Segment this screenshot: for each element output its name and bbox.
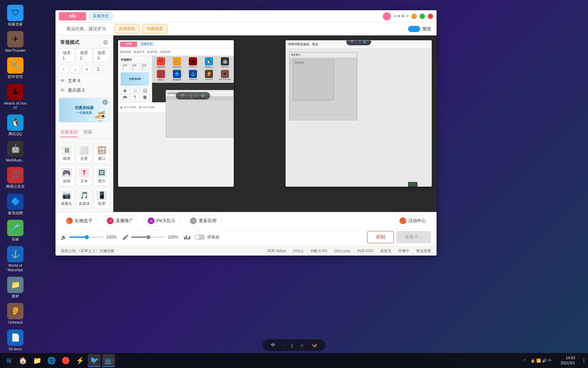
window-source-icon: 🪟	[96, 145, 107, 155]
preview-ctrl-1[interactable]: 中	[181, 93, 184, 98]
source-capture[interactable]: 🖥 截屏	[59, 143, 75, 164]
preview-toggle-switch[interactable]	[408, 26, 420, 32]
activity-button[interactable]: 🎉 活动中心	[394, 215, 431, 227]
danmaku-pill[interactable]	[194, 234, 205, 240]
maximize-button[interactable]: □	[420, 14, 425, 19]
source-text[interactable]: T 文本	[77, 166, 92, 186]
speaker-icon: 🔊	[61, 234, 67, 240]
promo-button[interactable]: 📣 直播推广	[102, 215, 138, 227]
source-text6[interactable]: 👁 文本 6	[55, 76, 113, 86]
source-window[interactable]: 🪟 窗口	[94, 143, 110, 164]
tab-other-vehicle[interactable]: 其他车机	[114, 24, 140, 33]
di9-icon: 👂	[205, 70, 213, 78]
eye-icon-monitor2: 👁	[60, 88, 65, 93]
taskbar-chrome[interactable]: 🌐	[45, 354, 58, 367]
taskbar-filemanager[interactable]: 🏠	[16, 354, 29, 367]
di3: ♟Hearts of	[185, 57, 200, 69]
scene-sort-button[interactable]: ↧	[94, 65, 103, 73]
more-apps-button[interactable]: ⋯ 更多应用	[185, 215, 222, 227]
volume-controls: 🔊 100% 🎤 100%	[55, 230, 437, 245]
mic-volume: 🎤 100%	[122, 234, 180, 240]
tab-danmaku[interactable]: 弹幕	[83, 128, 92, 137]
show-desktop-btn[interactable]: ▕	[580, 358, 585, 364]
scene-tab-1[interactable]: 场景1	[59, 48, 75, 62]
quality-status: 画质无	[380, 248, 391, 254]
taskbar-clock[interactable]: 14:53 2021/5/1	[558, 355, 578, 366]
tab-rebuild-classics[interactable]: 重温经典，建设罗马	[61, 24, 112, 34]
icon-163music[interactable]: 🎵 网易云音乐	[2, 166, 29, 190]
tab-live-material[interactable]: 直播素材	[60, 128, 78, 137]
icon-sucai[interactable]: 📁 素材	[2, 275, 29, 300]
scene-move-up-button[interactable]: ↑	[59, 65, 68, 73]
scene-tab-3[interactable]: 场景3	[94, 48, 110, 62]
icon-ruanjian[interactable]: 🔧 软件管理	[2, 56, 29, 80]
scene-add-button[interactable]: +	[82, 65, 92, 73]
source-fullscreen[interactable]: ⬜ 全屏	[77, 143, 92, 164]
source-image[interactable]: 🖼 图片	[94, 166, 110, 186]
icon-unheard[interactable]: 👂 Unheard	[2, 302, 29, 326]
fullscreen-label: 全屏	[80, 156, 88, 161]
nested-title-2-text: 哔哩哔哩直播姬 - 预览	[288, 42, 318, 47]
tab-cover-settings[interactable]: 封面设置	[142, 24, 167, 33]
icon-nier[interactable]: 🤖 NieRAuto...	[2, 139, 29, 164]
source-monitor2[interactable]: 👁 显示器 2	[55, 86, 113, 95]
icon-docx[interactable]: 📄 03.docx	[2, 328, 29, 353]
broadcast-type-badge[interactable]: 直播类型	[89, 12, 113, 20]
ime-star[interactable]: ☆	[299, 342, 306, 349]
mic-slider[interactable]	[131, 236, 165, 238]
icon-sucai-img: 📁	[7, 277, 23, 293]
close-button[interactable]: ×	[428, 14, 433, 19]
di2-icon: 🔧	[173, 57, 181, 65]
icon-warthunder[interactable]: ✈ WarThunder	[2, 30, 29, 54]
source-camera[interactable]: 📷 摄像头	[59, 188, 75, 209]
source-game[interactable]: 🎮 游戏	[59, 166, 75, 186]
di6-icon: 🎵	[157, 70, 165, 78]
icon-wows[interactable]: ⚓ World of Warships	[2, 245, 29, 274]
ime-dot[interactable]: ·	[281, 342, 285, 349]
taskbar-record[interactable]: 🔴	[59, 354, 72, 367]
ime-chinese[interactable]: 中	[270, 341, 277, 349]
icon-diannao-img: 🛡	[7, 5, 23, 21]
di2: 🔧软件管理	[169, 57, 184, 69]
main-content: 常规模式 ⚙ 场景1 场景2 场景3 ↑ ↓ + ↧ 👁 文本 6 👁 显示器 …	[55, 35, 437, 212]
nested-nav-cover: 封面设置	[160, 50, 170, 54]
icon-warthunder-img: ✈	[7, 31, 23, 47]
source-media[interactable]: 🎵 多媒体	[77, 188, 92, 209]
record-button[interactable]: 录制	[367, 231, 394, 243]
minimize-button[interactable]: _	[411, 14, 417, 19]
taskbar-bilibili[interactable]: 📺	[102, 354, 115, 367]
taskbar-folder[interactable]: 📁	[31, 354, 44, 367]
icon-qq[interactable]: 🐧 腾讯QQ	[2, 113, 29, 138]
nested-banner: 初夏美味募	[121, 72, 149, 86]
start-button-taskbar[interactable]: ⊞	[3, 354, 15, 367]
speaker-slider[interactable]	[69, 236, 103, 238]
gift-label: 礼物盒子	[75, 218, 93, 224]
scene-tab-2[interactable]: 场景2	[76, 48, 92, 62]
start-button[interactable]: 准备中...	[396, 231, 431, 243]
banner-close-button[interactable]: ×	[102, 99, 108, 105]
tray-icons: 🔒 📶 🔊 中	[529, 357, 553, 364]
mode-settings-icon[interactable]: ⚙	[103, 39, 108, 46]
icon-blizzard[interactable]: 🔷 暴雪战网	[2, 192, 29, 217]
scene-move-down-button[interactable]: ↓	[70, 65, 80, 73]
icon-experiment[interactable]: 🧪 实验	[2, 218, 29, 243]
nested-mic-1: 🎤 ━━━━ 100%	[139, 106, 155, 109]
windows-taskbar: ⊞ 🏠 📁 🌐 🔴 ⚡ 🐦 📺 ^ 🔒 📶 🔊 中 14:53 2021/5/1…	[0, 353, 588, 368]
gift-button[interactable]: 🎁 礼物盒子	[61, 215, 98, 227]
nested-logo-1: 哔哩	[120, 42, 137, 47]
icon-qq-label: 腾讯QQ	[9, 132, 22, 136]
ime-paren[interactable]: )	[290, 342, 294, 349]
icon-diannao[interactable]: 🛡 电脑管家	[2, 3, 29, 28]
icon-hoi4[interactable]: ♟ Hearts of Iron IV	[2, 82, 29, 111]
source-grid: 🖥 截屏 ⬜ 全屏 🪟 窗口 🎮 游戏 T 文本	[55, 143, 113, 209]
taskbar-flash[interactable]: ⚡	[74, 354, 86, 367]
source-projection[interactable]: 📱 投屏	[94, 188, 110, 209]
window-label: 窗口	[98, 156, 105, 161]
danmaku-toggle[interactable]: 弹幕姬	[194, 234, 219, 240]
nested-scene3: 场景3	[140, 63, 149, 70]
ime-bird[interactable]: 🦋	[310, 342, 318, 349]
user-avatar[interactable]	[383, 12, 391, 20]
taskbar-bird[interactable]: 🐦	[88, 354, 101, 367]
pk-button[interactable]: ⚔ PK大乱斗	[143, 215, 181, 227]
image-icon: 🖼	[96, 168, 107, 178]
